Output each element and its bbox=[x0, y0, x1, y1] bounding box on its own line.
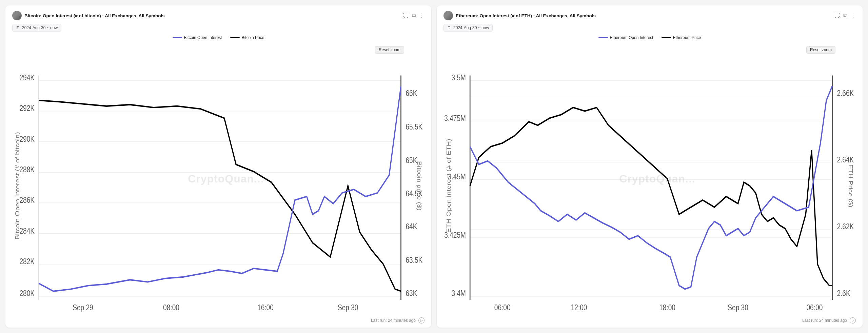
svg-text:ETH Open Interest (# of ETH): ETH Open Interest (# of ETH) bbox=[446, 139, 452, 233]
bitcoin-oi-legend-line bbox=[173, 37, 182, 38]
ethereum-chart-svg: 3.4M 3.425M 3.45M 3.475M 3.5M 2.6K 2.62K… bbox=[443, 43, 856, 314]
ethereum-date-range: 2024-Aug-30 ~ now bbox=[453, 25, 489, 30]
svg-text:08:00: 08:00 bbox=[163, 303, 179, 312]
bitcoin-date-range: 2024-Aug-30 ~ now bbox=[22, 25, 58, 30]
svg-text:2.64K: 2.64K bbox=[837, 155, 854, 164]
ethereum-legend: Ethereum Open Interest Ethereum Price bbox=[443, 35, 856, 40]
ethereum-price-line bbox=[470, 107, 832, 286]
bitcoin-card-footer: Last run: 24 minutes ago bbox=[12, 317, 425, 324]
svg-text:280K: 280K bbox=[19, 289, 35, 298]
bitcoin-last-run: Last run: 24 minutes ago bbox=[371, 318, 416, 323]
bitcoin-oi-legend-label: Bitcoin Open Interest bbox=[184, 35, 222, 40]
svg-text:284K: 284K bbox=[19, 227, 35, 235]
svg-text:Sep 30: Sep 30 bbox=[728, 303, 748, 312]
ethereum-price-legend-item: Ethereum Price bbox=[662, 35, 701, 40]
svg-text:3.5M: 3.5M bbox=[452, 73, 466, 82]
svg-text:16:00: 16:00 bbox=[257, 303, 274, 312]
ethereum-header-icons: ⛶ ⧉ ⋮ bbox=[834, 13, 856, 19]
svg-text:06:00: 06:00 bbox=[494, 303, 511, 312]
expand-icon[interactable]: ⛶ bbox=[403, 13, 409, 19]
eth-external-link-icon[interactable]: ⧉ bbox=[843, 13, 847, 19]
svg-text:63.5K: 63.5K bbox=[406, 256, 422, 264]
eth-calendar-icon: 🗓 bbox=[447, 25, 451, 30]
svg-text:06:00: 06:00 bbox=[806, 303, 823, 312]
eth-more-icon[interactable]: ⋮ bbox=[850, 13, 856, 19]
svg-text:292K: 292K bbox=[19, 104, 35, 113]
svg-text:290K: 290K bbox=[19, 135, 35, 143]
external-link-icon[interactable]: ⧉ bbox=[412, 13, 416, 19]
more-icon[interactable]: ⋮ bbox=[419, 13, 425, 19]
ethereum-reset-zoom-button[interactable]: Reset zoom bbox=[806, 46, 835, 54]
bitcoin-card-header: Bitcoin: Open Interest (# of bitcoin) - … bbox=[12, 11, 425, 20]
svg-text:18:00: 18:00 bbox=[659, 303, 675, 312]
bitcoin-price-line bbox=[39, 100, 401, 291]
svg-text:3.4M: 3.4M bbox=[452, 289, 466, 298]
ethereum-run-button[interactable] bbox=[850, 317, 856, 324]
svg-text:66K: 66K bbox=[406, 89, 417, 98]
svg-text:Sep 30: Sep 30 bbox=[338, 303, 358, 312]
svg-text:2.62K: 2.62K bbox=[837, 222, 854, 231]
svg-text:12:00: 12:00 bbox=[571, 303, 587, 312]
ethereum-title-group: Ethereum: Open Interest (# of ETH) - All… bbox=[443, 11, 596, 20]
ethereum-oi-legend-line bbox=[598, 37, 608, 38]
ethereum-date-badge[interactable]: 🗓 2024-Aug-30 ~ now bbox=[443, 24, 493, 32]
ethereum-card-header: Ethereum: Open Interest (# of ETH) - All… bbox=[443, 11, 856, 20]
svg-text:294K: 294K bbox=[19, 73, 35, 82]
bitcoin-date-badge[interactable]: 🗓 2024-Aug-30 ~ now bbox=[12, 24, 61, 32]
svg-text:Sep 29: Sep 29 bbox=[73, 303, 93, 312]
ethereum-price-legend-label: Ethereum Price bbox=[673, 35, 701, 40]
svg-text:286K: 286K bbox=[19, 196, 35, 204]
bitcoin-header-icons: ⛶ ⧉ ⋮ bbox=[403, 13, 425, 19]
bitcoin-oi-legend-item: Bitcoin Open Interest bbox=[173, 35, 222, 40]
avatar bbox=[12, 11, 22, 20]
ethereum-chart-card: Ethereum: Open Interest (# of ETH) - All… bbox=[437, 5, 863, 328]
bitcoin-chart-svg: 280K 282K 284K 286K 288K 290K 292K 294K … bbox=[12, 43, 425, 314]
bitcoin-price-legend-item: Bitcoin Price bbox=[230, 35, 264, 40]
svg-text:3.475M: 3.475M bbox=[444, 114, 466, 122]
bitcoin-chart-area: CryptoQuan... Reset zoom 280K 282K 284K … bbox=[12, 43, 425, 314]
ethereum-price-legend-line bbox=[662, 37, 671, 38]
bitcoin-legend: Bitcoin Open Interest Bitcoin Price bbox=[12, 35, 425, 40]
svg-text:Bitcoin price ($): Bitcoin price ($) bbox=[416, 161, 423, 211]
svg-text:63K: 63K bbox=[406, 289, 417, 298]
svg-text:ETH Price ($): ETH Price ($) bbox=[848, 164, 854, 207]
ethereum-oi-legend-label: Ethereum Open Interest bbox=[610, 35, 653, 40]
eth-expand-icon[interactable]: ⛶ bbox=[834, 13, 840, 19]
svg-text:2.6K: 2.6K bbox=[837, 289, 850, 298]
eth-avatar bbox=[443, 11, 453, 20]
svg-text:64K: 64K bbox=[406, 222, 417, 231]
bitcoin-price-legend-label: Bitcoin Price bbox=[242, 35, 264, 40]
svg-text:2.66K: 2.66K bbox=[837, 89, 854, 98]
bitcoin-chart-card: Bitcoin: Open Interest (# of bitcoin) - … bbox=[5, 5, 431, 328]
calendar-icon: 🗓 bbox=[16, 25, 20, 30]
bitcoin-title-group: Bitcoin: Open Interest (# of bitcoin) - … bbox=[12, 11, 165, 20]
bitcoin-price-legend-line bbox=[230, 37, 240, 38]
bitcoin-run-button[interactable] bbox=[418, 317, 425, 324]
svg-text:65.5K: 65.5K bbox=[406, 122, 422, 131]
ethereum-oi-line bbox=[470, 86, 832, 289]
svg-text:282K: 282K bbox=[19, 257, 35, 266]
bitcoin-reset-zoom-button[interactable]: Reset zoom bbox=[375, 46, 404, 54]
svg-text:288K: 288K bbox=[19, 165, 35, 174]
svg-text:Bitcoin Open Interest (# of bi: Bitcoin Open Interest (# of bitcoin) bbox=[14, 132, 21, 239]
ethereum-card-title: Ethereum: Open Interest (# of ETH) - All… bbox=[456, 13, 596, 18]
ethereum-last-run: Last run: 24 minutes ago bbox=[802, 318, 847, 323]
bitcoin-card-title: Bitcoin: Open Interest (# of bitcoin) - … bbox=[24, 13, 165, 18]
ethereum-card-footer: Last run: 24 minutes ago bbox=[443, 317, 856, 324]
ethereum-chart-area: CryptoQuan... Reset zoom 3.4M 3.425M 3.4… bbox=[443, 43, 856, 314]
ethereum-oi-legend-item: Ethereum Open Interest bbox=[598, 35, 653, 40]
svg-text:65K: 65K bbox=[406, 156, 417, 164]
